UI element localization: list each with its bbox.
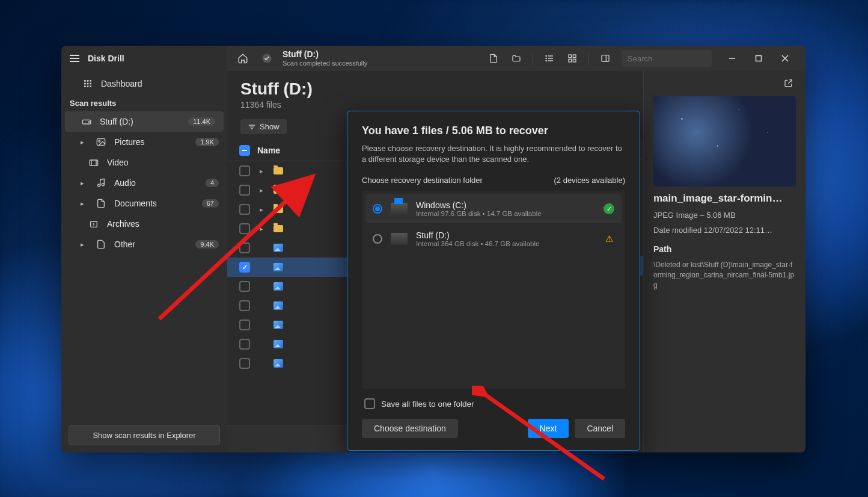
folder-icon xyxy=(273,165,284,176)
show-in-explorer-button[interactable]: Show scan results in Explorer xyxy=(69,425,220,445)
svg-point-31 xyxy=(99,140,100,142)
destination-sub: Internal 97.6 GB disk • 14.7 GB availabl… xyxy=(416,210,595,217)
image-file-icon xyxy=(273,320,284,330)
chevron-right-icon[interactable]: ▸ xyxy=(257,187,266,194)
svg-rect-16 xyxy=(756,56,762,61)
row-checkbox[interactable] xyxy=(239,223,250,234)
sidebar-item-label: Dashboard xyxy=(101,79,142,88)
popout-icon[interactable] xyxy=(784,78,796,90)
destination-windows-c[interactable]: Windows (C:) Internal 97.6 GB disk • 14.… xyxy=(365,194,622,223)
maximize-button[interactable] xyxy=(745,46,772,71)
row-checkbox[interactable] xyxy=(239,339,250,350)
svg-rect-20 xyxy=(87,80,89,82)
row-checkbox[interactable] xyxy=(239,165,250,176)
row-checkbox[interactable] xyxy=(239,358,250,369)
folder-icon xyxy=(273,223,284,234)
sidebar-item-archives[interactable]: Archives xyxy=(61,214,227,234)
filter-show-label: Show xyxy=(260,122,280,131)
checkbox-icon[interactable] xyxy=(364,398,375,409)
sidebar-item-pictures[interactable]: ▸ Pictures 1.9K xyxy=(61,132,227,152)
archive-icon xyxy=(88,219,100,229)
chevron-right-icon[interactable]: ▸ xyxy=(257,206,266,214)
panel-toggle-icon[interactable] xyxy=(596,49,614,67)
svg-rect-11 xyxy=(602,55,609,62)
svg-rect-22 xyxy=(84,83,86,85)
sidebar-item-audio[interactable]: ▸ Audio 4 xyxy=(61,173,227,193)
file-icon[interactable] xyxy=(484,49,503,67)
detail-type: JPEG Image – 5.06 MB xyxy=(653,211,796,220)
sidebar-item-label: Video xyxy=(107,158,129,167)
file-icon xyxy=(95,239,107,249)
svg-rect-26 xyxy=(87,85,89,87)
list-view-icon[interactable] xyxy=(540,49,558,67)
sidebar-item-other[interactable]: ▸ Other 9.4K xyxy=(61,234,227,255)
row-checkbox[interactable] xyxy=(239,204,250,215)
row-checkbox[interactable] xyxy=(239,300,250,311)
next-button[interactable]: Next xyxy=(528,419,569,438)
sidebar-item-stuff-d[interactable]: Stuff (D:) 11.4K xyxy=(65,111,224,132)
chevron-right-icon[interactable]: ▸ xyxy=(257,225,266,233)
svg-point-35 xyxy=(98,184,100,187)
destination-stuff-d[interactable]: Stuff (D:) Internal 364 GB disk • 46.7 G… xyxy=(365,224,622,253)
detail-panel: main_image_star-formin… JPEG Image – 5.0… xyxy=(643,71,805,452)
row-checkbox[interactable] xyxy=(239,262,250,273)
row-checkbox[interactable] xyxy=(239,320,250,330)
status-warning-icon: ⚠ xyxy=(604,233,614,244)
chevron-right-icon[interactable]: ▸ xyxy=(257,167,266,175)
folder-icon xyxy=(273,204,284,215)
col-name[interactable]: Name xyxy=(257,146,280,155)
image-file-icon xyxy=(273,358,284,369)
select-all-checkbox[interactable] xyxy=(239,145,250,156)
count-badge: 4 xyxy=(206,179,219,187)
preview-thumbnail[interactable] xyxy=(653,96,796,187)
svg-point-4 xyxy=(546,55,546,56)
modal-description: Please choose recovery destination. It i… xyxy=(362,143,625,165)
hamburger-icon[interactable] xyxy=(70,55,79,62)
row-checkbox[interactable] xyxy=(239,242,250,253)
detail-date: Date modified 12/07/2022 12:11… xyxy=(653,226,796,235)
chevron-right-icon[interactable]: ▸ xyxy=(81,179,88,187)
radio-icon[interactable] xyxy=(373,234,382,244)
status-ok-icon: ✓ xyxy=(604,203,614,214)
breadcrumb-title: Stuff (D:) xyxy=(283,50,367,59)
count-badge: 67 xyxy=(202,199,219,208)
detail-filename: main_image_star-formin… xyxy=(653,193,796,205)
chevron-right-icon[interactable]: ▸ xyxy=(81,200,88,208)
modal-title: You have 1 files / 5.06 MB to recover xyxy=(362,125,625,137)
choose-destination-button[interactable]: Choose destination xyxy=(362,419,458,438)
row-checkbox[interactable] xyxy=(239,281,250,292)
save-all-label: Save all files to one folder xyxy=(381,400,474,409)
svg-rect-19 xyxy=(84,80,86,82)
cancel-button[interactable]: Cancel xyxy=(575,419,625,438)
save-all-checkbox-row[interactable]: Save all files to one folder xyxy=(364,398,623,409)
filter-show[interactable]: Show xyxy=(240,119,287,134)
row-checkbox[interactable] xyxy=(239,185,250,196)
sidebar-item-label: Documents xyxy=(114,199,157,208)
window-buttons xyxy=(719,46,798,71)
folder-icon xyxy=(273,185,284,196)
sidebar-item-video[interactable]: Video xyxy=(61,152,227,173)
svg-rect-23 xyxy=(87,83,89,85)
sidebar-section-label: Scan results xyxy=(61,94,227,111)
search-input[interactable] xyxy=(622,50,712,67)
search-field[interactable] xyxy=(628,54,729,63)
radio-icon[interactable] xyxy=(373,204,382,214)
minimize-button[interactable] xyxy=(719,46,745,71)
sidebar-dashboard[interactable]: Dashboard xyxy=(61,73,227,94)
image-file-icon xyxy=(273,300,284,311)
sidebar-item-documents[interactable]: ▸ Documents 67 xyxy=(61,193,227,214)
svg-rect-25 xyxy=(84,85,86,87)
chevron-right-icon[interactable]: ▸ xyxy=(81,241,88,248)
svg-rect-24 xyxy=(90,83,91,85)
close-button[interactable] xyxy=(772,46,798,71)
grid-view-icon[interactable] xyxy=(563,49,581,67)
destination-name: Windows (C:) xyxy=(416,200,595,210)
home-icon[interactable] xyxy=(234,50,251,67)
svg-rect-32 xyxy=(90,160,97,165)
folder-icon[interactable] xyxy=(507,49,525,67)
chevron-right-icon[interactable]: ▸ xyxy=(81,138,88,146)
destination-sub: Internal 364 GB disk • 46.7 GB available xyxy=(416,240,595,247)
image-icon xyxy=(95,138,107,146)
destination-name: Stuff (D:) xyxy=(416,230,595,240)
page-title: Stuff (D:) xyxy=(240,79,630,99)
